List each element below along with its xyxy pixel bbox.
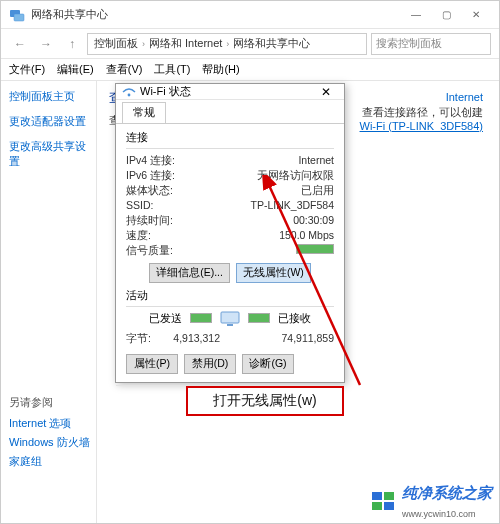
menu-edit[interactable]: 编辑(E) <box>57 62 94 77</box>
dialog-close-button[interactable]: ✕ <box>314 85 338 99</box>
connection-path-label: 查看连接路径，可以创建 <box>362 106 483 120</box>
close-button[interactable]: ✕ <box>461 5 491 25</box>
media-value: 已启用 <box>301 183 334 198</box>
properties-button[interactable]: 属性(P) <box>126 354 178 374</box>
signal-label: 信号质量: <box>126 243 173 258</box>
address-bar: ← → ↑ 控制面板 › 网络和 Internet › 网络和共享中心 搜索控制… <box>1 29 499 59</box>
svg-rect-3 <box>221 312 239 323</box>
sidebar-sharing-settings[interactable]: 更改高级共享设置 <box>9 139 88 169</box>
tab-general[interactable]: 常规 <box>122 102 166 123</box>
activity-sent-icon <box>190 313 212 325</box>
network-icon <box>9 7 25 23</box>
sidebar-home[interactable]: 控制面板主页 <box>9 89 88 104</box>
bytes-sent-value: 4,913,312 <box>151 331 243 346</box>
ipv6-label: IPv6 连接: <box>126 168 175 183</box>
sent-label: 已发送 <box>149 312 182 326</box>
window-buttons: — ▢ ✕ <box>401 5 491 25</box>
dialog-body: 连接 IPv4 连接:Internet IPv6 连接:无网络访问权限 媒体状态… <box>116 124 344 385</box>
recv-label: 已接收 <box>278 312 311 326</box>
menu-help[interactable]: 帮助(H) <box>202 62 239 77</box>
duration-value: 00:30:09 <box>293 213 334 228</box>
minimize-button[interactable]: — <box>401 5 431 25</box>
search-placeholder: 搜索控制面板 <box>376 36 442 51</box>
maximize-button[interactable]: ▢ <box>431 5 461 25</box>
crumb-network-sharing[interactable]: 网络和共享中心 <box>233 36 310 51</box>
menu-file[interactable]: 文件(F) <box>9 62 45 77</box>
bytes-label: 字节: <box>126 331 151 346</box>
chevron-right-icon: › <box>142 39 145 49</box>
activity-row: 已发送 已接收 <box>126 311 334 327</box>
wifi-status-dialog: Wi-Fi 状态 ✕ 常规 连接 IPv4 连接:Internet IPv6 连… <box>115 83 345 383</box>
ipv4-label: IPv4 连接: <box>126 153 175 168</box>
svg-rect-9 <box>384 502 394 510</box>
link-internet-options[interactable]: Internet 选项 <box>9 416 90 431</box>
watermark-logo-icon <box>372 492 396 512</box>
breadcrumb[interactable]: 控制面板 › 网络和 Internet › 网络和共享中心 <box>87 33 367 55</box>
svg-rect-6 <box>372 492 382 500</box>
disable-button[interactable]: 禁用(D) <box>184 354 236 374</box>
activity-recv-icon <box>248 313 270 325</box>
forward-button[interactable]: → <box>35 33 57 55</box>
menubar: 文件(F) 编辑(E) 查看(V) 工具(T) 帮助(H) <box>1 59 499 81</box>
dialog-tabs: 常规 <box>116 100 344 124</box>
ssid-value: TP-LINK_3DF584 <box>251 198 334 213</box>
section-activity: 活动 <box>126 288 334 303</box>
menu-view[interactable]: 查看(V) <box>106 62 143 77</box>
speed-value: 150.0 Mbps <box>279 228 334 243</box>
search-input[interactable]: 搜索控制面板 <box>371 33 491 55</box>
svg-rect-4 <box>227 324 233 326</box>
speed-label: 速度: <box>126 228 151 243</box>
annotation-label: 打开无线属性(w) <box>186 386 344 416</box>
back-button[interactable]: ← <box>9 33 31 55</box>
link-homegroup[interactable]: 家庭组 <box>9 454 90 469</box>
link-windows-firewall[interactable]: Windows 防火墙 <box>9 435 90 450</box>
window-title: 网络和共享中心 <box>31 7 401 22</box>
diagnose-button[interactable]: 诊断(G) <box>242 354 294 374</box>
svg-point-2 <box>128 93 131 96</box>
ipv4-value: Internet <box>298 153 334 168</box>
wireless-properties-button[interactable]: 无线属性(W) <box>236 263 311 283</box>
crumb-network-internet[interactable]: 网络和 Internet <box>149 36 222 51</box>
bytes-recv-value: 74,911,859 <box>242 331 334 346</box>
watermark: 纯净系统之家 www.ycwin10.com <box>372 484 492 520</box>
access-type-value: Internet <box>446 91 483 103</box>
see-also: 另请参阅 Internet 选项 Windows 防火墙 家庭组 <box>9 395 90 473</box>
chevron-right-icon: › <box>226 39 229 49</box>
dialog-title: Wi-Fi 状态 <box>140 84 314 99</box>
media-label: 媒体状态: <box>126 183 173 198</box>
wifi-icon <box>122 85 136 99</box>
wifi-connection-link[interactable]: Wi-Fi (TP-LINK_3DF584) <box>360 120 483 132</box>
section-connection: 连接 <box>126 130 334 145</box>
watermark-url: www.ycwin10.com <box>402 509 476 519</box>
monitor-icon <box>220 311 240 327</box>
crumb-control-panel[interactable]: 控制面板 <box>94 36 138 51</box>
menu-tools[interactable]: 工具(T) <box>154 62 190 77</box>
up-button[interactable]: ↑ <box>61 33 83 55</box>
ssid-label: SSID: <box>126 198 153 213</box>
svg-rect-1 <box>14 14 24 21</box>
see-also-label: 另请参阅 <box>9 395 90 410</box>
watermark-text: 纯净系统之家 <box>402 484 492 501</box>
dialog-titlebar: Wi-Fi 状态 ✕ <box>116 84 344 100</box>
duration-label: 持续时间: <box>126 213 173 228</box>
svg-rect-7 <box>384 492 394 500</box>
titlebar: 网络和共享中心 — ▢ ✕ <box>1 1 499 29</box>
ipv6-value: 无网络访问权限 <box>257 168 334 183</box>
details-button[interactable]: 详细信息(E)... <box>149 263 230 283</box>
signal-bars-icon <box>296 244 334 254</box>
svg-rect-8 <box>372 502 382 510</box>
sidebar-adapter-settings[interactable]: 更改适配器设置 <box>9 114 88 129</box>
